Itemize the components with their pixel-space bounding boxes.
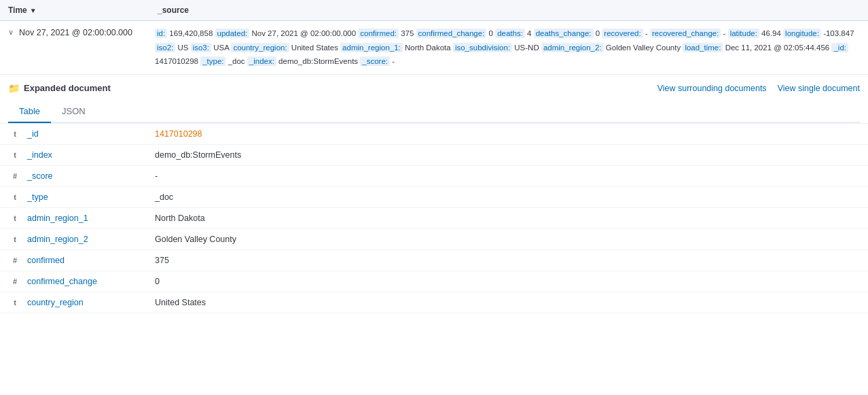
- source-value: -103.847: [821, 29, 854, 37]
- source-value: -: [390, 57, 395, 65]
- source-value: 169,420,858: [167, 29, 215, 37]
- source-key: confirmed_change:: [416, 29, 487, 38]
- field-row: #confirmed375: [0, 250, 868, 271]
- expanded-title: 📁 Expanded document: [8, 83, 111, 94]
- field-value: North Dakota: [144, 213, 860, 223]
- field-value: 1417010298: [144, 129, 860, 139]
- source-key: id:: [155, 29, 167, 38]
- field-type-badge: t: [8, 130, 22, 138]
- field-value: demo_db:StormEvents: [144, 150, 860, 160]
- table-header: Time ▼ _source: [0, 0, 868, 21]
- field-name: _id: [22, 129, 144, 139]
- field-type-badge: t: [8, 214, 22, 222]
- fields-container: t_id1417010298t_indexdemo_db:StormEvents…: [0, 124, 868, 313]
- field-value: _doc: [144, 192, 860, 202]
- source-key: load_time:: [683, 43, 723, 52]
- field-name: admin_region_2: [22, 235, 144, 244]
- source-value: 4: [525, 29, 534, 37]
- field-row: t_id1417010298: [0, 124, 868, 145]
- source-key: _type:: [200, 56, 225, 66]
- field-type-badge: t: [8, 235, 22, 243]
- source-value: US: [175, 44, 190, 52]
- time-header-label: Time: [8, 5, 27, 15]
- field-value: -: [144, 171, 860, 181]
- source-key: confirmed:: [358, 29, 399, 38]
- field-value: 0: [144, 277, 860, 286]
- source-key: latitude:: [728, 29, 759, 38]
- expanded-links: View surrounding documents View single d…: [657, 84, 860, 93]
- field-row: t_indexdemo_db:StormEvents: [0, 145, 868, 166]
- view-surrounding-button[interactable]: View surrounding documents: [657, 84, 767, 93]
- source-value: Golden Valley County: [604, 44, 683, 52]
- source-value: -: [721, 29, 727, 37]
- field-type-badge: t: [8, 193, 22, 201]
- field-type-badge: t: [8, 151, 22, 159]
- field-name: confirmed_change: [22, 277, 144, 286]
- field-row: tcountry_regionUnited States: [0, 292, 868, 313]
- tabs-container: Table JSON: [8, 101, 860, 123]
- source-key: deaths:: [495, 29, 525, 38]
- source-key: country_region:: [231, 43, 289, 52]
- source-value: 375: [399, 29, 416, 37]
- folder-icon: 📁: [8, 83, 20, 94]
- tab-json[interactable]: JSON: [51, 101, 96, 123]
- time-column-header[interactable]: Time ▼: [8, 5, 158, 15]
- source-key: iso3:: [191, 43, 211, 52]
- source-value: _doc: [225, 57, 247, 65]
- source-value: 0: [594, 29, 602, 37]
- source-value: 46.94: [759, 29, 783, 37]
- row-source: id: 169,420,858 updated: Nov 27, 2021 @ …: [155, 27, 860, 69]
- source-key: admin_region_2:: [541, 43, 604, 52]
- source-value: Nov 27, 2021 @ 02:00:00.000: [249, 29, 358, 37]
- expanded-section: 📁 Expanded document View surrounding doc…: [0, 75, 868, 124]
- source-key: admin_region_1:: [340, 43, 403, 52]
- source-key: _index:: [247, 56, 276, 66]
- field-type-badge: t: [8, 298, 22, 307]
- field-name: country_region: [22, 298, 144, 307]
- field-name: _type: [22, 192, 144, 202]
- field-row: #_score-: [0, 166, 868, 187]
- field-value: United States: [144, 298, 860, 307]
- source-value: USA: [211, 44, 231, 52]
- row-time: Nov 27, 2021 @ 02:00:00.000: [19, 27, 155, 37]
- source-key: updated:: [215, 29, 250, 38]
- field-type-badge: #: [8, 256, 22, 264]
- source-key: longitude:: [783, 29, 821, 38]
- field-row: #confirmed_change0: [0, 271, 868, 292]
- source-value: 0: [486, 29, 495, 37]
- sort-arrow-icon: ▼: [30, 7, 37, 14]
- field-name: confirmed: [22, 256, 144, 265]
- field-name: admin_region_1: [22, 213, 144, 223]
- source-value: 1417010298: [155, 57, 200, 65]
- source-key: _id:: [831, 43, 848, 52]
- field-row: tadmin_region_1North Dakota: [0, 208, 868, 229]
- field-name: _index: [22, 150, 144, 160]
- source-key: _score:: [360, 56, 390, 66]
- source-value: demo_db:StormEvents: [276, 57, 360, 65]
- source-key: iso2:: [155, 43, 175, 52]
- source-value: North Dakota: [403, 44, 453, 52]
- source-key: recovered:: [602, 29, 643, 38]
- field-value: 375: [144, 256, 860, 265]
- source-value: United States: [289, 44, 340, 52]
- row-toggle-button[interactable]: ∨: [8, 27, 19, 37]
- source-value: US-ND: [512, 44, 541, 52]
- data-row: ∨ Nov 27, 2021 @ 02:00:00.000 id: 169,42…: [0, 21, 868, 75]
- view-single-button[interactable]: View single document: [778, 84, 860, 93]
- source-column-header: _source: [158, 5, 860, 15]
- source-key: iso_subdivision:: [453, 43, 512, 52]
- expanded-header: 📁 Expanded document View surrounding doc…: [8, 83, 860, 94]
- source-value: -: [643, 29, 650, 37]
- field-row: t_type_doc: [0, 187, 868, 208]
- field-name: _score: [22, 171, 144, 181]
- field-type-badge: #: [8, 277, 22, 286]
- source-key: recovered_change:: [650, 29, 721, 38]
- field-value: Golden Valley County: [144, 235, 860, 244]
- source-value: Dec 11, 2021 @ 02:05:44.456: [723, 44, 831, 52]
- field-type-badge: #: [8, 172, 22, 180]
- source-key: deaths_change:: [534, 29, 594, 38]
- field-row: tadmin_region_2Golden Valley County: [0, 229, 868, 250]
- tab-table[interactable]: Table: [8, 101, 51, 123]
